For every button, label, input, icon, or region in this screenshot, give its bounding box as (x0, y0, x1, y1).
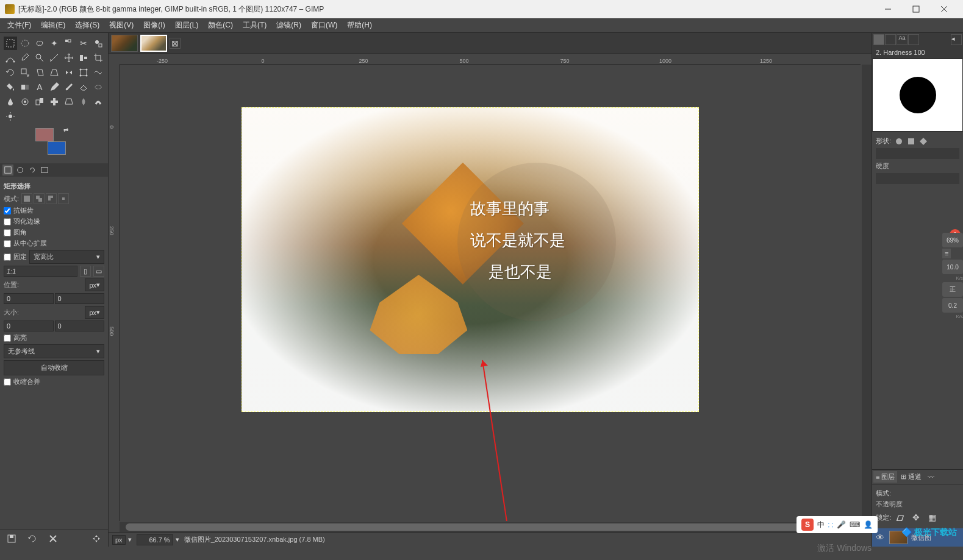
tool-heal[interactable] (48, 95, 61, 108)
lock-alpha-icon[interactable]: ▦ (925, 511, 939, 524)
fixed-checkbox[interactable]: 固定 (4, 252, 27, 261)
tool-foreground-select[interactable] (91, 37, 105, 50)
tool-perspective-clone[interactable] (62, 95, 76, 108)
feather-checkbox[interactable]: 羽化边缘 (4, 217, 104, 226)
tool-move[interactable] (62, 51, 76, 65)
canvas[interactable]: 故事里的事 说不是就不是 是也不是 (242, 107, 699, 412)
scrollbar-v[interactable] (862, 65, 872, 521)
ratio-portrait-icon[interactable]: ▯ (80, 266, 91, 277)
tab-layers[interactable]: ≡ 图层 (873, 471, 897, 483)
shape-diamond-icon[interactable] (919, 137, 928, 146)
tool-bucket-fill[interactable] (4, 80, 17, 94)
close-button[interactable] (930, 0, 958, 18)
position-x-input[interactable] (4, 293, 54, 304)
tool-clone[interactable] (33, 95, 46, 108)
tool-ellipse-select[interactable] (18, 37, 32, 50)
tool-rotate[interactable] (4, 66, 17, 79)
lock-pixels-icon[interactable] (893, 511, 907, 524)
menu-file[interactable]: 文件(F) (2, 18, 36, 32)
menu-filters[interactable]: 滤镜(R) (271, 18, 306, 32)
menu-edit[interactable]: 编辑(E) (36, 18, 70, 32)
position-y-input[interactable] (55, 293, 105, 304)
tool-blur[interactable] (77, 95, 90, 108)
status-zoom[interactable]: 66.7 % (137, 534, 173, 545)
swap-colors-icon[interactable]: ⇄ (63, 127, 68, 133)
ime-toolbar[interactable]: S 中 ⸬ 🎤 ⌨ 👤 (797, 516, 878, 533)
tool-paintbrush[interactable] (62, 80, 76, 94)
menu-tools[interactable]: 工具(T) (238, 18, 271, 32)
layers-tab-small[interactable]: ≡ (942, 249, 951, 258)
rounded-checkbox[interactable]: 圆角 (4, 228, 104, 237)
auto-shrink-button[interactable]: 自动收缩 (4, 360, 104, 375)
antialias-checkbox[interactable]: 抗锯齿 (4, 206, 104, 215)
tool-paths[interactable] (4, 51, 17, 65)
tab-tool-options[interactable] (2, 165, 13, 175)
menu-view[interactable]: 视图(V) (104, 18, 138, 32)
brush-preview[interactable] (872, 58, 963, 132)
tool-free-select[interactable] (33, 37, 46, 50)
status-unit[interactable]: px (112, 535, 126, 545)
menu-colors[interactable]: 颜色(C) (203, 18, 238, 32)
tool-zoom[interactable] (33, 51, 46, 65)
brush-slider-1[interactable] (876, 148, 959, 159)
mode-intersect[interactable] (58, 193, 69, 204)
reset-options-icon[interactable] (90, 532, 103, 545)
dock-patterns-icon[interactable] (885, 34, 896, 45)
minimize-button[interactable] (874, 0, 902, 18)
tool-perspective[interactable] (48, 66, 61, 79)
menu-windows[interactable]: 窗口(W) (306, 18, 342, 32)
tool-scale[interactable] (18, 66, 32, 79)
canvas-viewport[interactable]: 故事里的事 说不是就不是 是也不是 (120, 65, 861, 521)
foreground-color[interactable] (35, 128, 54, 141)
tool-airbrush[interactable] (91, 80, 105, 94)
tool-align[interactable] (77, 51, 90, 65)
tool-pencil[interactable] (48, 80, 61, 94)
menu-image[interactable]: 图像(I) (138, 18, 170, 32)
layer-visibility-icon[interactable]: 👁 (876, 533, 886, 542)
dock-history-icon[interactable] (908, 34, 919, 45)
size-unit-select[interactable]: px▾ (85, 306, 104, 319)
tool-eraser[interactable] (77, 80, 90, 94)
background-color[interactable] (48, 141, 66, 155)
tool-ink[interactable] (4, 95, 17, 108)
lock-position-icon[interactable]: ✥ (909, 511, 923, 524)
highlight-checkbox[interactable]: 高亮 (4, 333, 104, 342)
mode-replace[interactable] (21, 193, 32, 204)
tool-rect-select[interactable] (4, 37, 17, 50)
image-tab-1[interactable] (111, 35, 138, 52)
tool-scissors[interactable]: ✂ (77, 37, 90, 50)
tab-channels[interactable]: ⊞ 通道 (898, 471, 924, 483)
size-w-input[interactable] (4, 321, 54, 331)
menu-help[interactable]: 帮助(H) (342, 18, 377, 32)
tab-undo-history[interactable] (27, 165, 38, 175)
tool-text[interactable]: A (33, 80, 46, 94)
mode-subtract[interactable] (46, 193, 57, 204)
tab-images[interactable] (39, 165, 50, 175)
tool-dodge-burn[interactable] (4, 110, 17, 123)
tab-device-status[interactable] (15, 165, 26, 175)
hardness-slider[interactable] (876, 173, 959, 184)
tab-paths[interactable]: 〰 (925, 471, 937, 483)
expand-center-checkbox[interactable]: 从中心扩展 (4, 239, 104, 248)
menu-select[interactable]: 选择(S) (70, 18, 104, 32)
restore-options-icon[interactable] (26, 532, 39, 545)
image-tab-2[interactable] (140, 35, 167, 52)
tool-smudge[interactable] (91, 95, 105, 108)
tool-flip[interactable] (62, 66, 76, 79)
tool-warp[interactable] (91, 66, 105, 79)
tool-color-picker[interactable] (18, 51, 32, 65)
ratio-input[interactable] (4, 266, 77, 277)
size-h-input[interactable] (55, 321, 105, 331)
mode-add[interactable] (34, 193, 45, 204)
tool-shear[interactable] (33, 66, 46, 79)
tool-cage[interactable] (77, 66, 90, 79)
color-swatches[interactable]: ⇄ (35, 128, 70, 155)
tool-measure[interactable] (48, 51, 61, 65)
fixed-aspect-select[interactable]: 宽高比▾ (29, 250, 104, 264)
position-unit-select[interactable]: px▾ (85, 278, 104, 291)
dock-brushes-icon[interactable] (873, 34, 884, 45)
scrollbar-h[interactable] (120, 522, 861, 532)
ratio-landscape-icon[interactable]: ▭ (93, 266, 104, 277)
tool-crop[interactable] (91, 51, 105, 65)
menu-layer[interactable]: 图层(L) (170, 18, 204, 32)
